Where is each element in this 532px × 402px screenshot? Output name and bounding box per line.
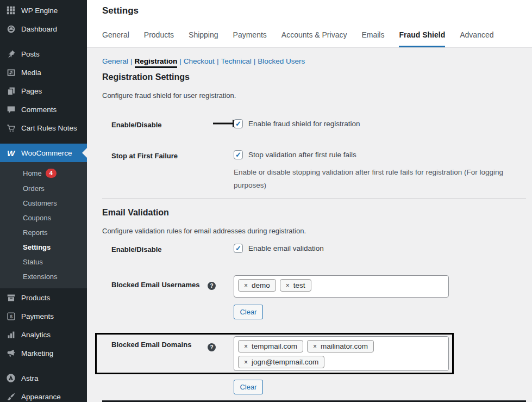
sidebar-item-label: Media [21,69,41,77]
sidebar-item-cart-rules-notes[interactable]: Cart Rules Notes [0,119,87,137]
remove-tag-icon[interactable]: × [286,282,290,289]
submenu-item-orders[interactable]: Orders [0,181,87,196]
stop-first-failure-label: Stop at First Failure [111,152,178,160]
subnav-link-blocked-users[interactable]: Blocked Users [258,57,305,65]
tag-chip: ×mailinator.com [307,340,374,352]
tag-chip: ×tempmail.com [238,340,303,352]
enable-email-validation-row: ✓ Enable email validation [234,244,324,253]
sidebar-item-comments[interactable]: Comments [0,100,87,119]
sidebar-item-label: Marketing [21,349,53,357]
settings-tabs: General Products Shipping Payments Accou… [102,30,494,47]
grid-icon [5,5,16,16]
fraud-shield-subnav: General|Registration|Checkout|Technical|… [102,57,305,65]
remove-tag-icon[interactable]: × [244,358,248,366]
sidebar-item-label: Analytics [21,331,51,339]
enable-disable-label: Enable/Disable [111,121,161,129]
subnav-separator: | [130,57,133,65]
check-icon: ✓ [235,245,241,252]
sidebar-item-analytics[interactable]: Analytics [0,325,87,344]
subnav-separator: | [217,57,219,65]
subnav-link-registration[interactable]: Registration [135,57,178,68]
checkbox-label: Stop validation after first rule fails [248,151,356,159]
sidebar-item-appearance[interactable]: Appearance [0,387,87,402]
tab-shipping[interactable]: Shipping [189,30,218,47]
tab-payments[interactable]: Payments [233,30,267,47]
enable-registration-checkbox[interactable]: ✓ [234,119,243,128]
blocked-email-domains-label: Blocked Email Domains [111,341,191,349]
settings-header: Settings General Products Shipping Payme… [87,0,532,48]
astra-icon [5,373,16,384]
blocked-domains-input[interactable]: ×tempmail.com ×mailinator.com ×jogn@temp… [234,336,449,371]
tab-advanced[interactable]: Advanced [460,30,493,47]
tab-emails[interactable]: Emails [361,30,384,47]
registration-settings-description: Configure fraud shield for user registra… [102,91,236,100]
sidebar-item-label: Appearance [21,393,61,401]
main-area: Settings General Products Shipping Payme… [87,0,532,402]
notification-badge: 4 [46,169,57,178]
tab-general[interactable]: General [102,30,129,47]
remove-tag-icon[interactable]: × [244,282,248,289]
help-icon[interactable]: ? [208,343,216,351]
subnav-link-general[interactable]: General [102,57,128,65]
submenu-item-status[interactable]: Status [0,255,87,269]
tab-fraud-shield[interactable]: Fraud Shield [399,30,445,47]
sidebar-item-label: Astra [21,374,39,382]
sidebar-item-label: Products [21,294,50,302]
sidebar-item-media[interactable]: Media [0,63,87,82]
cart-icon [5,122,16,133]
subnav-separator: | [179,57,181,65]
comment-icon [5,104,16,115]
email-validation-heading: Email Validation [102,208,169,218]
submenu-item-reports[interactable]: Reports [0,225,87,240]
sidebar-item-marketing[interactable]: Marketing [0,344,87,362]
submenu-item-coupons[interactable]: Coupons [0,211,87,225]
submenu-item-settings[interactable]: Settings [0,240,87,255]
tag-chip: ×demo [238,279,276,292]
current-menu-arrow-icon [82,148,87,158]
subnav-link-checkout[interactable]: Checkout [184,57,215,65]
stop-validation-row: ✓ Stop validation after first rule fails [234,150,356,159]
megaphone-icon [5,348,16,358]
submenu-item-extensions[interactable]: Extensions [0,269,87,284]
sidebar-item-payments[interactable]: $ Payments [0,307,87,325]
subnav-link-technical[interactable]: Technical [221,57,251,65]
clear-usernames-button[interactable]: Clear [234,305,263,319]
enable-registration-row: ✓ Enable fraud shield for registration [234,119,360,128]
sidebar-item-woocommerce[interactable]: W WooCommerce [0,144,87,162]
checkbox-label: Enable email validation [248,244,324,252]
sidebar-item-wp-engine[interactable]: WP Engine [0,1,87,20]
sidebar-item-pages[interactable]: Pages [0,82,87,100]
box-icon [5,292,16,303]
sidebar-item-label: WooCommerce [21,149,72,157]
stop-validation-description: Enable or disable stopping validation af… [234,166,511,191]
enable-disable-email-label: Enable/Disable [111,245,161,253]
sidebar-separator [0,38,87,45]
woocommerce-icon: W [5,147,16,158]
sidebar-item-posts[interactable]: Posts [0,45,87,63]
sidebar-item-products[interactable]: Products [0,288,87,307]
dashboard-icon [5,23,16,34]
stop-validation-checkbox[interactable]: ✓ [234,150,243,159]
sidebar-item-dashboard[interactable]: Dashboard [0,20,87,38]
tab-accounts-privacy[interactable]: Accounts & Privacy [281,30,347,47]
email-validation-description: Configure validation rules for email add… [102,227,306,235]
submenu-item-customers[interactable]: Customers [0,196,87,211]
subnav-separator: | [254,57,256,65]
payments-icon: $ [5,311,16,321]
remove-tag-icon[interactable]: × [244,343,248,350]
pin-icon [5,48,16,59]
brush-icon [5,391,16,402]
sidebar-item-label: WP Engine [21,7,58,15]
tab-products[interactable]: Products [144,30,174,47]
help-icon[interactable]: ? [208,282,216,290]
clear-domains-button[interactable]: Clear [234,380,263,394]
enable-email-validation-checkbox[interactable]: ✓ [234,244,243,253]
sidebar-item-label: Dashboard [21,25,57,33]
submenu-item-home[interactable]: Home4 [0,165,87,181]
sidebar-item-astra[interactable]: Astra [0,369,87,387]
sidebar-item-label: Pages [21,87,42,95]
pages-icon [5,85,16,96]
tag-chip: ×jogn@tempmail.com [238,356,324,368]
remove-tag-icon[interactable]: × [313,343,317,350]
blocked-usernames-input[interactable]: ×demo ×test [234,275,449,298]
